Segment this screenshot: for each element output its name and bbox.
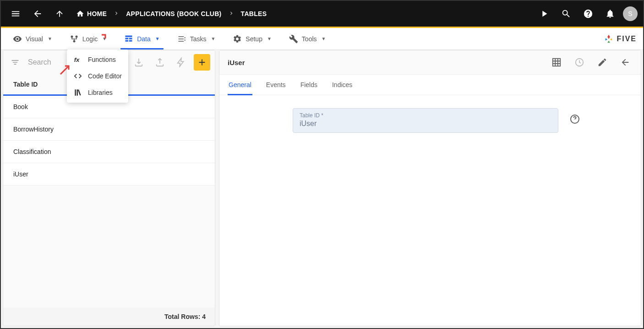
edit-icon[interactable] bbox=[595, 55, 610, 70]
play-icon[interactable] bbox=[535, 5, 553, 23]
menu-visual-label: Visual bbox=[26, 35, 43, 43]
menu-logic[interactable]: Logic ▼ bbox=[64, 28, 112, 49]
tabs: General Events Fields Indices bbox=[219, 75, 641, 95]
filter-icon[interactable] bbox=[8, 55, 22, 70]
table-row[interactable]: BorrowHistory bbox=[3, 118, 215, 141]
chevron-down-icon: ▼ bbox=[48, 36, 52, 41]
dropdown-code-editor[interactable]: Code Editor bbox=[67, 68, 128, 84]
search-icon[interactable] bbox=[557, 5, 575, 23]
topbar: HOME APPLICATIONS (BOOK CLUB) TABLES bbox=[1, 1, 643, 27]
menu-data[interactable]: Data ▼ bbox=[119, 28, 165, 49]
tab-indices[interactable]: Indices bbox=[331, 75, 353, 95]
avatar-letter: S bbox=[628, 10, 632, 17]
right-header: iUser bbox=[219, 50, 641, 75]
chevron-right-icon bbox=[113, 10, 120, 18]
menu-tools-label: Tools bbox=[302, 35, 317, 43]
brand-logo: FIVE bbox=[604, 34, 637, 44]
tab-events[interactable]: Events bbox=[265, 75, 287, 95]
right-content: Table ID * iUser bbox=[219, 95, 641, 146]
breadcrumb: HOME APPLICATIONS (BOOK CLUB) TABLES bbox=[76, 10, 267, 18]
dropdown-libraries-label: Libraries bbox=[88, 89, 113, 96]
back-arrow-icon[interactable] bbox=[618, 55, 633, 70]
page-title: iUser bbox=[228, 59, 245, 66]
menu-tools[interactable]: Tools ▼ bbox=[284, 28, 332, 49]
table-id-field[interactable]: Table ID * iUser bbox=[293, 108, 558, 133]
topbar-left: HOME APPLICATIONS (BOOK CLUB) TABLES bbox=[6, 5, 535, 23]
help-icon[interactable] bbox=[569, 114, 580, 125]
breadcrumb-tables-label: TABLES bbox=[241, 10, 267, 17]
svg-point-2 bbox=[73, 40, 75, 42]
svg-point-1 bbox=[75, 35, 77, 38]
avatar[interactable]: S bbox=[623, 6, 638, 21]
menu-setup[interactable]: Setup ▼ bbox=[227, 28, 277, 49]
right-pane: iUser General Events Fields Indices bbox=[219, 50, 641, 326]
chevron-down-icon: ▼ bbox=[155, 36, 160, 41]
svg-text:fx: fx bbox=[74, 56, 80, 63]
left-footer: Total Rows: 4 bbox=[3, 307, 215, 326]
menubar: Visual ▼ Logic ▼ Data ▼ Tasks ▼ Setup ▼ … bbox=[1, 28, 643, 50]
menu-logic-label: Logic bbox=[82, 35, 98, 43]
dropdown-code-editor-label: Code Editor bbox=[88, 72, 122, 80]
breadcrumb-home-label: HOME bbox=[87, 10, 107, 17]
bell-icon[interactable] bbox=[601, 5, 619, 23]
history-icon[interactable] bbox=[572, 55, 587, 70]
topbar-right: S bbox=[535, 5, 638, 23]
field-value: iUser bbox=[300, 120, 551, 128]
svg-point-0 bbox=[71, 35, 73, 38]
tab-general[interactable]: General bbox=[228, 75, 252, 95]
logic-dropdown: fx Functions Code Editor Libraries bbox=[67, 49, 128, 103]
breadcrumb-apps-label: APPLICATIONS (BOOK CLUB) bbox=[126, 10, 221, 17]
dropdown-libraries[interactable]: Libraries bbox=[67, 84, 128, 101]
dropdown-functions-label: Functions bbox=[88, 56, 116, 63]
add-button[interactable] bbox=[194, 54, 210, 71]
up-icon[interactable] bbox=[50, 5, 69, 23]
chevron-right-icon bbox=[228, 10, 235, 18]
menu-tasks-label: Tasks bbox=[190, 35, 207, 43]
total-rows-label: Total Rows: 4 bbox=[164, 313, 206, 320]
table-header-label: Table ID bbox=[13, 81, 38, 88]
chevron-down-icon: ▼ bbox=[267, 36, 272, 41]
grid-icon[interactable] bbox=[549, 55, 564, 70]
tab-fields[interactable]: Fields bbox=[300, 75, 318, 95]
chevron-down-icon: ▼ bbox=[322, 36, 326, 41]
chevron-down-icon: ▼ bbox=[211, 36, 215, 41]
menu-data-label: Data bbox=[137, 35, 151, 43]
breadcrumb-home[interactable]: HOME bbox=[76, 10, 107, 18]
table-row[interactable]: iUser bbox=[3, 163, 215, 186]
field-label: Table ID * bbox=[300, 112, 551, 119]
menu-visual[interactable]: Visual ▼ bbox=[7, 28, 58, 49]
dropdown-functions[interactable]: fx Functions bbox=[67, 51, 128, 68]
breadcrumb-tables[interactable]: TABLES bbox=[241, 10, 267, 17]
export-icon[interactable] bbox=[152, 54, 168, 71]
lightning-icon[interactable] bbox=[173, 54, 189, 71]
brand-text: FIVE bbox=[617, 35, 637, 43]
help-icon[interactable] bbox=[579, 5, 597, 23]
chevron-down-icon: ▼ bbox=[102, 36, 107, 41]
menu-icon[interactable] bbox=[6, 5, 25, 23]
menu-setup-label: Setup bbox=[246, 35, 262, 43]
svg-rect-4 bbox=[553, 59, 561, 66]
breadcrumb-apps[interactable]: APPLICATIONS (BOOK CLUB) bbox=[126, 10, 221, 17]
back-icon[interactable] bbox=[28, 5, 47, 23]
table-row[interactable]: Classification bbox=[3, 141, 215, 163]
import-icon[interactable] bbox=[131, 54, 147, 71]
menu-tasks[interactable]: Tasks ▼ bbox=[172, 28, 221, 49]
